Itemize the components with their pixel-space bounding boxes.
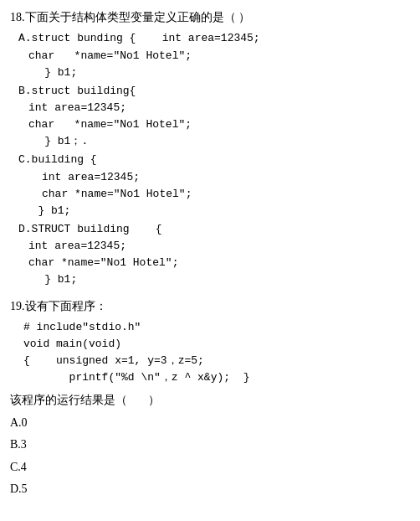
q19-title: 19.设有下面程序： xyxy=(10,297,410,316)
q18-option-a-line3: } b1; xyxy=(18,64,410,81)
question-18: 18.下面关于结构体类型变量定义正确的是（ ） A.struct bunding… xyxy=(10,8,410,289)
q18-option-b-line4: } b1；. xyxy=(18,133,410,150)
q18-option-d-line2: int area=12345; xyxy=(28,238,410,255)
q19-option-d[interactable]: D.5 xyxy=(10,480,410,498)
q19-code-line2: void main(void) xyxy=(23,336,410,353)
q19-code-line1: # include"stdio.h" xyxy=(23,319,410,336)
q18-option-b-line3: char *name="No1 Hotel"; xyxy=(28,116,410,133)
q19-option-a-label: A.0 xyxy=(10,416,28,429)
q19-option-d-label: D.5 xyxy=(10,482,28,495)
q18-option-c-line4: } b1; xyxy=(18,203,410,219)
q19-option-a[interactable]: A.0 xyxy=(10,414,410,432)
q18-option-a-line2: char *name="No1 Hotel"; xyxy=(28,48,410,64)
q18-option-d-line1: D.STRUCT building { xyxy=(18,221,410,238)
q19-option-b-label: B.3 xyxy=(10,438,27,451)
q19-code-line3: { unsigned x=1, y=3，z=5; xyxy=(23,353,410,369)
q19-code-block: # include"stdio.h" void main(void) { uns… xyxy=(23,319,410,387)
q18-option-a-line1: A.struct bunding { int area=12345; xyxy=(18,30,410,47)
q18-option-c[interactable]: C.building { int area=12345; char *name=… xyxy=(10,152,410,219)
question-19: 19.设有下面程序： # include"stdio.h" void main(… xyxy=(10,297,410,499)
q18-option-d-line3: char *name="No1 Hotel"; xyxy=(28,255,410,271)
q18-option-d[interactable]: D.STRUCT building { int area=12345; char… xyxy=(10,221,410,289)
q19-code-line4: printf("%d \n"，z ^ x&y); } xyxy=(23,369,410,386)
q18-option-b[interactable]: B.struct building{ int area=12345; char … xyxy=(10,83,410,151)
q19-option-c-label: C.4 xyxy=(10,461,27,473)
q18-option-c-line3: char *name="No1 Hotel"; xyxy=(42,186,410,203)
q19-option-b[interactable]: B.3 xyxy=(10,436,410,454)
q18-title: 18.下面关于结构体类型变量定义正确的是（ ） xyxy=(10,8,410,27)
q18-option-b-line2: int area=12345; xyxy=(28,100,410,116)
q19-result-label: 该程序的运行结果是（ ） xyxy=(10,391,410,410)
q18-option-d-line4: } b1; xyxy=(18,271,410,288)
q19-option-c[interactable]: C.4 xyxy=(10,458,410,477)
q18-option-c-line1: C.building { xyxy=(18,152,410,168)
q18-option-b-line1: B.struct building{ xyxy=(18,83,410,100)
q18-option-a[interactable]: A.struct bunding { int area=12345; char … xyxy=(10,30,410,80)
q18-option-c-line2: int area=12345; xyxy=(42,169,410,186)
